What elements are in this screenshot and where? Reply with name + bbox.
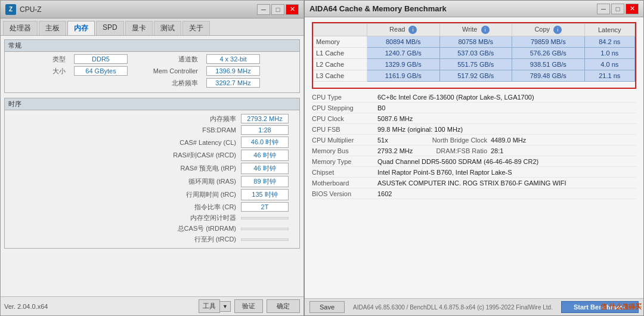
sys-chipset-label: Chipset [312,169,377,176]
sys-row-chipset: Chipset Intel Raptor Point-S B760, Intel… [312,169,636,178]
sys-row-mem-type: Memory Type Quad Channel DDR5-5600 SDRAM… [312,158,636,167]
bench-memory-write: 80758 MB/s [439,36,512,48]
aida-minimize-btn[interactable]: ─ [597,4,610,14]
save-btn[interactable]: Save [309,301,345,313]
tab-memory[interactable]: 内存 [67,21,95,35]
bench-l2-write: 551.75 GB/s [439,59,512,70]
timing-label-4: RAS# 预充电 (tRP) [141,164,236,173]
timing-section: 时序 内存频率 2793.2 MHz FSB:DRAM 1:28 CAS# La… [4,98,300,249]
bench-l2-label: L2 Cache [314,59,367,70]
timing-value-6: 135 时钟 [241,189,289,200]
tab-motherboard[interactable]: 主板 [39,21,66,35]
size-label: 大小 [10,67,69,76]
copy-info-icon[interactable]: i [553,26,562,34]
timing-value-3: 46 时钟 [241,150,289,161]
tab-benchmark[interactable]: 测试 [154,21,181,35]
bench-row-memory: Memory 80894 MB/s 80758 MB/s 79859 MB/s … [314,36,635,48]
sys-mb-value: ASUSTeK COMPUTER INC. ROG STRIX B760-F G… [377,179,636,187]
timing-value-9 [241,228,289,230]
bench-l2-latency: 4.0 ns [584,59,634,70]
timing-label-5: 循环周期 (tRAS) [141,177,236,186]
sys-mem-bus-value: 2793.2 MHz [377,147,425,154]
timing-value-10 [241,238,289,241]
sys-row-cpu-clock: CPU Clock 5087.6 MHz [312,115,636,124]
bench-col-empty [314,24,367,36]
sys-row-mem-bus: Memory Bus 2793.2 MHz DRAM:FSB Ratio 28:… [312,147,636,156]
bench-l3-latency: 21.1 ns [584,70,634,82]
sys-row-cpu-fsb: CPU FSB 99.8 MHz (original: 100 MHz) [312,126,636,135]
sys-cpu-type-value: 6C+8c Intel Core i5-13600 (Raptor Lake-S… [377,94,636,101]
aida-titlebar: AIDA64 Cache & Memory Benchmark ─ □ ✕ [305,1,643,17]
northbridge-value: 3292.7 MHz [206,78,260,88]
bench-l3-label: L3 Cache [314,70,367,82]
aida-footer-text: AIDA64 v6.85.6300 / BenchDLL 4.6.875.8-x… [345,304,561,311]
cpuz-close-btn[interactable]: ✕ [286,4,299,15]
timing-value-0: 2793.2 MHz [241,114,289,123]
sys-bios-label: BIOS Version [312,190,377,197]
bench-l3-write: 517.92 GB/s [439,70,512,82]
bench-row-l2: L2 Cache 1329.9 GB/s 551.75 GB/s 938.51 … [314,59,635,70]
sys-mem-type-label: Memory Type [312,158,377,165]
benchmark-table: Read i Write i Copy i Latency [313,23,635,82]
tab-spd[interactable]: SPD [96,21,124,35]
bench-col-latency-header: Latency [584,24,634,36]
timing-row-5: 循环周期 (tRAS) 89 时钟 [10,176,295,187]
validate-btn[interactable]: 验证 [234,299,263,313]
memctrl-value: 1396.9 MHz [206,66,260,76]
timing-label-8: 内存空闲计时器 [141,213,236,222]
cpuz-minimize-btn[interactable]: ─ [257,4,270,15]
timing-value-7: 2T [241,202,289,212]
timing-section-content: 内存频率 2793.2 MHz FSB:DRAM 1:28 CAS# Laten… [5,110,299,248]
sys-row-cpu-type: CPU Type 6C+8c Intel Core i5-13600 (Rapt… [312,94,636,103]
cpuz-maximize-btn[interactable]: □ [271,4,284,15]
general-section-title: 常规 [5,40,299,52]
timing-row-3: RAS#到CAS# (tRCD) 46 时钟 [10,150,295,161]
type-value: DDR5 [74,54,128,64]
aida-window-controls: ─ □ ✕ [597,4,639,14]
sys-cpu-clock-label: CPU Clock [312,115,377,122]
system-info-section: CPU Type 6C+8c Intel Core i5-13600 (Rapt… [312,94,636,199]
type-channel-row: 类型 DDR5 通道数 4 x 32-bit [10,54,295,64]
sys-cpu-type-label: CPU Type [312,94,377,101]
aida-close-btn[interactable]: ✕ [626,4,639,14]
bench-col-read-header: Read i [367,24,440,36]
timing-value-4: 46 时钟 [241,163,289,174]
write-info-icon[interactable]: i [481,26,490,34]
tools-dropdown[interactable]: 工具 ▼ [199,299,231,313]
timing-value-5: 89 时钟 [241,176,289,187]
read-info-icon[interactable]: i [408,26,417,34]
tools-dropdown-arrow[interactable]: ▼ [220,301,231,312]
tab-processor[interactable]: 处理器 [3,21,38,35]
timing-section-title: 时序 [5,98,299,110]
bench-header-row: Read i Write i Copy i Latency [314,24,635,36]
cpuz-window: Z CPU-Z ─ □ ✕ 处理器 主板 内存 SPD 显卡 测试 关于 常规 … [0,0,304,316]
timing-value-1: 1:28 [241,125,289,135]
memctrl-label: Mem Controller [142,67,202,75]
cpuz-icon: Z [5,4,16,15]
bench-l3-copy: 789.48 GB/s [512,70,585,82]
timing-row-4: RAS# 预充电 (tRP) 46 时钟 [10,163,295,174]
sys-row-cpu-stepping: CPU Stepping B0 [312,104,636,113]
timing-row-10: 行至列 (tRCD) [10,235,295,244]
aida-maximize-btn[interactable]: □ [611,4,624,14]
confirm-btn[interactable]: 确定 [267,299,300,313]
sys-cpu-stepping-value: B0 [377,104,636,111]
sys-row-motherboard: Motherboard ASUSTeK COMPUTER INC. ROG ST… [312,179,636,188]
sys-bios-value: 1602 [377,190,636,197]
bench-l1-label: L1 Cache [314,48,367,59]
bench-col-copy-header: Copy i [512,24,585,36]
sys-cpu-clock-value: 5087.6 MHz [377,115,636,122]
timing-label-7: 指令比率 (CR) [141,203,236,212]
bench-memory-label: Memory [314,36,367,48]
sys-cpu-fsb-value: 99.8 MHz (original: 100 MHz) [377,126,636,133]
cpuz-window-controls: ─ □ ✕ [257,4,299,15]
tools-btn[interactable]: 工具 [199,299,220,313]
sys-row-bios: BIOS Version 1602 [312,190,636,199]
timing-row-2: CAS# Latency (CL) 46.0 时钟 [10,137,295,148]
aida-footer-left-btns: Save [309,301,345,313]
timing-label-3: RAS#到CAS# (tRCD) [141,151,236,160]
tab-about[interactable]: 关于 [182,21,210,35]
tab-graphics[interactable]: 显卡 [125,21,153,35]
bench-memory-read: 80894 MB/s [367,36,440,48]
sys-nb-clock-label: North Bridge Clock [413,137,491,144]
